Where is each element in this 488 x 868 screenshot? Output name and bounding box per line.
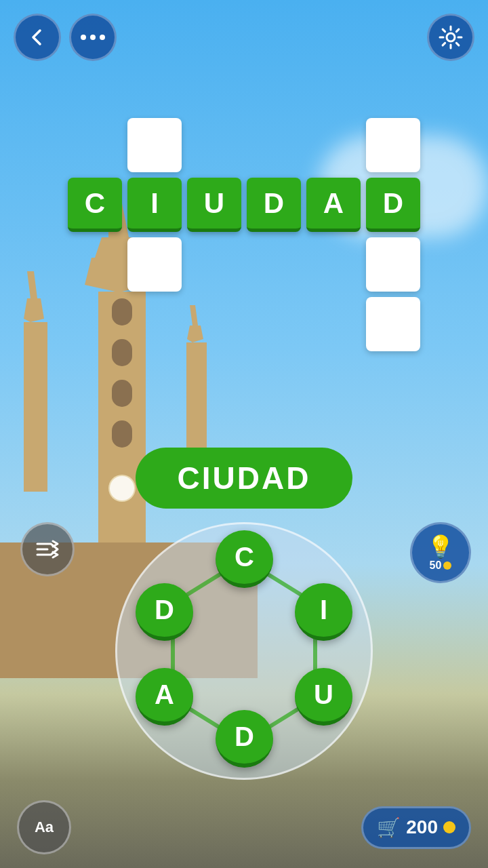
spacer bbox=[247, 237, 301, 292]
hint-count: 50 bbox=[430, 559, 452, 572]
crossword-grid: C I U D A D bbox=[0, 115, 488, 354]
word-display: CIUDAD bbox=[136, 448, 352, 509]
crossword-cell-top-d bbox=[366, 118, 420, 172]
bottom-bar: Aa 🛒 200 bbox=[0, 800, 488, 854]
font-button[interactable]: Aa bbox=[17, 800, 71, 854]
crossword-cell-top-c bbox=[127, 118, 182, 172]
letter-node-a[interactable]: A bbox=[136, 668, 193, 726]
top-bar bbox=[0, 14, 488, 61]
crossword-cell-u: U bbox=[187, 178, 241, 232]
cart-icon: 🛒 bbox=[377, 816, 401, 839]
letter-node-d1[interactable]: D bbox=[136, 583, 193, 641]
crossword-row-4 bbox=[65, 294, 423, 354]
gold-coin-dot bbox=[443, 561, 451, 570]
crossword-row-3 bbox=[65, 235, 423, 294]
letter-node-u[interactable]: U bbox=[295, 668, 352, 726]
spacer bbox=[68, 118, 122, 172]
crossword-cell-d2: D bbox=[366, 178, 420, 232]
crossword-cell-d: D bbox=[247, 178, 301, 232]
crossword-cell-bottom-i bbox=[127, 237, 182, 292]
crossword-cell-bottom-d1 bbox=[366, 237, 420, 292]
spacer bbox=[247, 118, 301, 172]
spacer bbox=[306, 118, 361, 172]
spacer bbox=[68, 297, 122, 351]
top-left-buttons bbox=[14, 14, 117, 61]
svg-point-15 bbox=[90, 35, 96, 40]
svg-point-14 bbox=[81, 35, 86, 40]
gear-icon bbox=[439, 25, 463, 50]
spacer bbox=[247, 297, 301, 351]
letter-wheel: C I U D A D bbox=[115, 522, 373, 780]
coin-count: 200 bbox=[406, 816, 438, 838]
back-button[interactable] bbox=[14, 14, 61, 61]
letter-node-d2[interactable]: D bbox=[216, 710, 273, 768]
spacer bbox=[306, 297, 361, 351]
shuffle-button[interactable] bbox=[20, 522, 75, 576]
settings-button[interactable] bbox=[427, 14, 474, 61]
hint-number: 50 bbox=[430, 559, 442, 572]
crossword-row-main: C I U D A D bbox=[65, 175, 423, 235]
spacer bbox=[127, 297, 182, 351]
word-display-text: CIUDAD bbox=[178, 460, 311, 496]
spacer bbox=[187, 118, 241, 172]
svg-rect-11 bbox=[112, 420, 132, 448]
svg-point-16 bbox=[100, 35, 105, 40]
spacer bbox=[68, 237, 122, 292]
font-label: Aa bbox=[35, 818, 54, 836]
coins-button[interactable]: 🛒 200 bbox=[361, 806, 471, 849]
crossword-row-1 bbox=[65, 115, 423, 175]
back-icon bbox=[26, 26, 48, 48]
more-button[interactable] bbox=[69, 14, 117, 61]
spacer bbox=[187, 297, 241, 351]
crossword-cell-i: I bbox=[127, 178, 182, 232]
bulb-icon: 💡 bbox=[427, 534, 454, 559]
crossword-cell-bottom-d2 bbox=[366, 297, 420, 351]
crossword-cell-a: A bbox=[306, 178, 361, 232]
shuffle-icon bbox=[34, 536, 61, 563]
coin-gold-dot bbox=[443, 821, 455, 833]
svg-rect-10 bbox=[112, 380, 132, 407]
svg-point-13 bbox=[110, 476, 134, 500]
letter-node-c[interactable]: C bbox=[216, 530, 273, 588]
spacer bbox=[187, 237, 241, 292]
hint-button[interactable]: 💡 50 bbox=[410, 522, 471, 583]
svg-point-17 bbox=[447, 33, 455, 41]
crossword-cell-c: C bbox=[68, 178, 122, 232]
letter-node-i[interactable]: I bbox=[295, 583, 352, 641]
spacer bbox=[306, 237, 361, 292]
more-icon bbox=[81, 33, 105, 42]
